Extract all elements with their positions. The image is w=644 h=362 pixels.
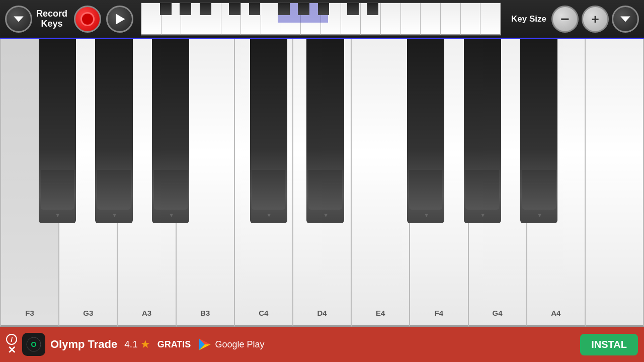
ad-free-label: GRATIS: [157, 339, 191, 350]
record-keys-label: Record Keys: [36, 9, 67, 29]
menu-dropdown-button[interactable]: [5, 6, 32, 33]
piano-key-cs4[interactable]: [250, 39, 287, 223]
black-key-bottom-fs3: [41, 170, 74, 210]
key-label-f4: F4: [435, 309, 444, 317]
ad-star-icon: ★: [140, 338, 150, 351]
piano-key-gs4[interactable]: [464, 39, 501, 223]
black-key-bottom-fs4: [409, 170, 443, 210]
key-label-a3: A3: [142, 309, 151, 317]
key-size-decrease-button[interactable]: −: [551, 6, 579, 33]
svg-marker-0: [14, 16, 24, 22]
piano-key-b4[interactable]: [586, 39, 644, 327]
ad-google-play: Google Play: [198, 337, 264, 351]
piano-key-fs3[interactable]: [39, 39, 76, 223]
key-label-g3: G3: [83, 309, 93, 317]
black-key-bottom-as3: [154, 170, 188, 210]
key-size-increase-button[interactable]: +: [582, 6, 609, 33]
key-label-c4: C4: [259, 309, 268, 317]
info-icon: i: [6, 334, 17, 345]
black-key-bottom-as4: [522, 170, 556, 210]
key-label-g4: G4: [493, 309, 503, 317]
ad-banner: i ✕ O Olymp Trade 4.1 ★ GRATIS Google Pl…: [0, 327, 644, 362]
close-icon: ✕: [8, 345, 16, 355]
piano-key-fs4[interactable]: [407, 39, 444, 223]
piano-key-gs3[interactable]: [95, 39, 132, 223]
google-play-label: Google Play: [215, 339, 264, 350]
key-label-b3: B3: [200, 309, 210, 317]
ad-close-button[interactable]: i ✕: [6, 334, 17, 355]
piano-key-e4[interactable]: E4: [352, 39, 410, 327]
black-keys-overlay: [0, 39, 644, 223]
key-size-section: Key Size − +: [511, 6, 639, 33]
svg-marker-1: [116, 14, 125, 24]
svg-marker-2: [620, 16, 630, 22]
black-key-bottom-ds4: [308, 170, 342, 210]
black-key-bottom-cs4: [252, 170, 285, 210]
play-button[interactable]: [106, 6, 133, 33]
ad-text-section: Olymp Trade 4.1 ★ GRATIS Google Play: [50, 337, 575, 351]
piano-key-as3[interactable]: [152, 39, 189, 223]
key-size-dropdown-button[interactable]: [612, 6, 639, 33]
black-key-bottom-gs4: [465, 170, 499, 210]
key-label-d4: D4: [317, 309, 327, 317]
mini-piano-strip: [141, 3, 501, 36]
top-bar: Record Keys: [0, 0, 644, 39]
piano-key-ds4[interactable]: [306, 39, 344, 223]
key-label-f3: F3: [25, 309, 34, 317]
ad-install-button[interactable]: INSTAL: [580, 334, 638, 355]
key-label-e4: E4: [376, 309, 385, 317]
key-label-a4: A4: [551, 309, 560, 317]
record-icon: [80, 12, 95, 26]
ad-rating: 4.1 ★: [124, 338, 150, 351]
piano-key-as4[interactable]: [520, 39, 557, 223]
ad-app-name: Olymp Trade: [50, 338, 117, 351]
ad-app-icon: O: [22, 333, 45, 356]
ad-rating-value: 4.1: [124, 339, 137, 350]
record-button[interactable]: [74, 6, 101, 33]
black-key-bottom-gs3: [97, 170, 131, 210]
svg-text:O: O: [31, 340, 37, 348]
piano-keys: F3 G3 A3 B3 C4 D4 E4 F4 G4 A4: [0, 39, 644, 327]
key-size-label: Key Size: [511, 14, 546, 24]
piano-container: F3 G3 A3 B3 C4 D4 E4 F4 G4 A4: [0, 39, 644, 327]
